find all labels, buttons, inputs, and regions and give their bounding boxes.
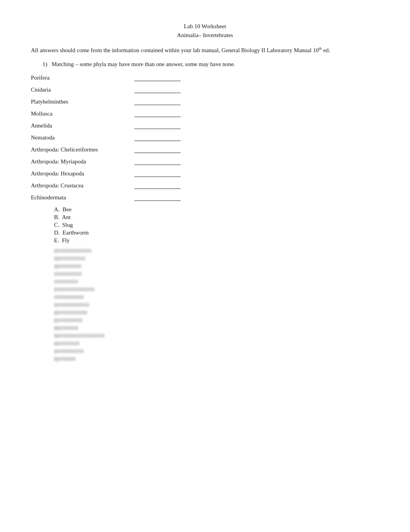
blurred-list-item: L.	[54, 317, 379, 323]
blurred-list-item: H.	[54, 263, 379, 269]
matching-row: Arthropoda: Cheliceriformes	[31, 146, 379, 153]
blurred-list-item	[54, 271, 379, 277]
answer-line[interactable]	[134, 81, 181, 81]
answer-line[interactable]	[134, 105, 181, 105]
answer-text: Earthworm	[63, 229, 88, 236]
matching-row: Nematoda	[31, 134, 379, 141]
matching-row: Platyhelminthes	[31, 99, 379, 105]
answer-line[interactable]	[134, 141, 181, 141]
blurred-list-item: K.	[54, 309, 379, 316]
blurred-list-item: O.	[54, 340, 379, 347]
blurred-list-item: J.	[54, 302, 379, 308]
matching-row: Mollusca	[31, 110, 379, 117]
matching-row: Annelida	[31, 122, 379, 129]
page-subtitle: Animalia– Invertebrates	[31, 32, 379, 39]
list-item: A. Bee	[54, 206, 379, 213]
instructions: All answers should come from the informa…	[31, 46, 379, 55]
answer-line[interactable]	[134, 93, 181, 93]
blurred-list-item: N.	[54, 333, 379, 339]
blurred-list-item: I.	[54, 286, 379, 292]
blurred-list-item: P.	[54, 348, 379, 354]
list-item: B. Ant	[54, 214, 379, 221]
matching-table: PoriferaCnidariaPlatyhelminthesMolluscaA…	[31, 75, 379, 201]
matching-label: Platyhelminthes	[31, 99, 131, 105]
answer-text: Bee	[63, 206, 71, 212]
blurred-section: F. G. H. I. J. K. L. M. N. O. P. Q.	[54, 248, 379, 362]
matching-row: Arthropoda: Hexapoda	[31, 170, 379, 177]
answer-line[interactable]	[134, 177, 181, 177]
matching-label: Mollusca	[31, 110, 131, 117]
answer-letter: C.	[54, 222, 59, 228]
matching-label: Arthropoda: Cheliceriformes	[31, 146, 131, 153]
matching-row: Porifera	[31, 75, 379, 81]
matching-label: Arthropoda: Myriapoda	[31, 158, 131, 165]
answer-line[interactable]	[134, 165, 181, 165]
matching-row: Cnidaria	[31, 87, 379, 93]
list-item: E. Fly	[54, 237, 379, 244]
answer-line[interactable]	[134, 117, 181, 117]
answer-line[interactable]	[134, 189, 181, 189]
blurred-list-item: Q.	[54, 356, 379, 362]
matching-label: Cnidaria	[31, 87, 131, 93]
answer-line[interactable]	[134, 201, 181, 201]
list-item: D. Earthworm	[54, 229, 379, 236]
answer-letter: D.	[54, 229, 60, 236]
matching-label: Annelida	[31, 122, 131, 129]
matching-label: Porifera	[31, 75, 131, 81]
matching-row: Arthropoda: Crustacea	[31, 182, 379, 189]
blurred-list-item: F.	[54, 248, 379, 254]
blurred-list-item	[54, 294, 379, 300]
matching-label: Echinodermata	[31, 194, 131, 201]
answer-letter: E.	[54, 237, 59, 243]
answer-text: Ant	[62, 214, 71, 220]
blurred-list-item: G.	[54, 255, 379, 262]
matching-label: Nematoda	[31, 134, 131, 141]
list-item: C. Slug	[54, 222, 379, 228]
answer-letter: A.	[54, 206, 60, 212]
page-title: Lab 10 Worksheet	[31, 23, 379, 30]
answer-choices: A. BeeB. AntC. SlugD. EarthwormE. Fly	[54, 206, 379, 244]
answer-letter: B.	[54, 214, 59, 220]
answer-line[interactable]	[134, 129, 181, 129]
answer-line[interactable]	[134, 153, 181, 153]
answer-text: Slug	[62, 222, 73, 228]
matching-row: Echinodermata	[31, 194, 379, 201]
answer-text: Fly	[62, 237, 69, 243]
matching-label: Arthropoda: Hexapoda	[31, 170, 131, 177]
matching-label: Arthropoda: Crustacea	[31, 182, 131, 189]
question-1: 1) Matching – some phyla may have more t…	[42, 61, 379, 68]
blurred-list-item: M.	[54, 325, 379, 331]
blurred-list-item	[54, 279, 379, 285]
matching-row: Arthropoda: Myriapoda	[31, 158, 379, 165]
